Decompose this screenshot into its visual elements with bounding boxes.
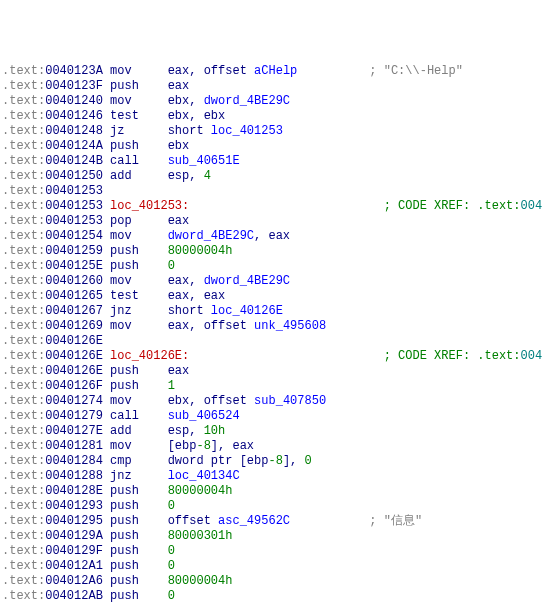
address[interactable]: 0040124B xyxy=(45,154,103,168)
address[interactable]: 004012AB xyxy=(45,589,103,603)
disasm-line[interactable]: .text:0040127E add esp, 10h xyxy=(2,424,540,439)
operands[interactable]: esp, 4 xyxy=(168,169,211,183)
operands[interactable]: 1 xyxy=(168,379,175,393)
operands[interactable]: eax xyxy=(168,79,190,93)
operands[interactable]: 80000004h xyxy=(168,574,233,588)
disasm-line[interactable]: .text:0040123F push eax xyxy=(2,79,540,94)
operands[interactable]: sub_406524 xyxy=(168,409,240,423)
disasm-line[interactable]: .text:00401259 push 80000004h xyxy=(2,244,540,259)
address[interactable]: 0040126E xyxy=(45,334,103,348)
address[interactable]: 00401265 xyxy=(45,289,103,303)
address[interactable]: 0040126F xyxy=(45,379,103,393)
operands[interactable]: 0 xyxy=(168,499,175,513)
disasm-line[interactable]: .text:00401253 pop eax xyxy=(2,214,540,229)
disasm-line[interactable]: .text:004012AB push 0 xyxy=(2,589,540,604)
disasm-line[interactable]: .text:00401267 jnz short loc_40126E xyxy=(2,304,540,319)
address[interactable]: 00401295 xyxy=(45,514,103,528)
xref-comment[interactable]: ; CODE XREF: .text: xyxy=(384,199,521,213)
disasm-line[interactable]: .text:00401240 mov ebx, dword_4BE29C xyxy=(2,94,540,109)
operands[interactable]: dword ptr [ebp-8], 0 xyxy=(168,454,312,468)
operands[interactable]: 0 xyxy=(168,559,175,573)
disasm-line[interactable]: .text:00401269 mov eax, offset unk_49560… xyxy=(2,319,540,334)
operands[interactable]: 80000004h xyxy=(168,244,233,258)
address[interactable]: 0040127E xyxy=(45,424,103,438)
code-label[interactable]: loc_401253: xyxy=(110,199,189,213)
address[interactable]: 00401250 xyxy=(45,169,103,183)
operands[interactable]: sub_40651E xyxy=(168,154,240,168)
disasm-line[interactable]: .text:0040126E xyxy=(2,334,540,349)
disasm-line[interactable]: .text:0040129F push 0 xyxy=(2,544,540,559)
address[interactable]: 0040126E xyxy=(45,349,103,363)
disasm-line[interactable]: .text:0040123A mov eax, offset aCHelp ; … xyxy=(2,64,540,79)
operands[interactable]: eax xyxy=(168,364,190,378)
address[interactable]: 00401240 xyxy=(45,94,103,108)
disasm-line[interactable]: .text:00401250 add esp, 4 xyxy=(2,169,540,184)
disasm-line[interactable]: .text:0040125E push 0 xyxy=(2,259,540,274)
operands[interactable]: 80000301h xyxy=(168,529,233,543)
address[interactable]: 00401260 xyxy=(45,274,103,288)
operands[interactable]: ebx, dword_4BE29C xyxy=(168,94,290,108)
disasm-line[interactable]: .text:00401295 push offset asc_49562C ; … xyxy=(2,514,540,529)
operands[interactable]: esp, 10h xyxy=(168,424,226,438)
operands[interactable]: ebx, ebx xyxy=(168,109,226,123)
xref-address[interactable]: 00401248 xyxy=(521,199,542,213)
operands[interactable]: eax, offset unk_495608 xyxy=(168,319,326,333)
disasm-line[interactable]: .text:00401253 xyxy=(2,184,540,199)
operands[interactable]: 0 xyxy=(168,259,175,273)
address[interactable]: 00401274 xyxy=(45,394,103,408)
disasm-line[interactable]: .text:00401254 mov dword_4BE29C, eax xyxy=(2,229,540,244)
operands[interactable]: eax xyxy=(168,214,190,228)
address[interactable]: 00401253 xyxy=(45,199,103,213)
xref-comment[interactable]: ; CODE XREF: .text: xyxy=(384,349,521,363)
disasm-line[interactable]: .text:00401246 test ebx, ebx xyxy=(2,109,540,124)
operands[interactable]: eax, dword_4BE29C xyxy=(168,274,290,288)
address[interactable]: 00401253 xyxy=(45,214,103,228)
operands[interactable]: 0 xyxy=(168,589,175,603)
operands[interactable]: eax, offset aCHelp xyxy=(168,64,298,78)
address[interactable]: 00401288 xyxy=(45,469,103,483)
disasm-line[interactable]: .text:0040126E loc_40126E: ; CODE XREF: … xyxy=(2,349,540,364)
operands[interactable]: loc_40134C xyxy=(168,469,240,483)
address[interactable]: 0040128E xyxy=(45,484,103,498)
address[interactable]: 00401293 xyxy=(45,499,103,513)
disasm-line[interactable]: .text:0040126E push eax xyxy=(2,364,540,379)
disasm-line[interactable]: .text:004012A1 push 0 xyxy=(2,559,540,574)
operands[interactable]: short loc_40126E xyxy=(168,304,283,318)
disasm-line[interactable]: .text:0040124A push ebx xyxy=(2,139,540,154)
disasm-line[interactable]: .text:00401281 mov [ebp-8], eax xyxy=(2,439,540,454)
address[interactable]: 0040124A xyxy=(45,139,103,153)
address[interactable]: 00401253 xyxy=(45,184,103,198)
disasm-line[interactable]: .text:00401279 call sub_406524 xyxy=(2,409,540,424)
address[interactable]: 00401267 xyxy=(45,304,103,318)
address[interactable]: 00401259 xyxy=(45,244,103,258)
disassembly-listing[interactable]: .text:0040123A mov eax, offset aCHelp ; … xyxy=(2,64,540,604)
address[interactable]: 004012A1 xyxy=(45,559,103,573)
address[interactable]: 0040123F xyxy=(45,79,103,93)
operands[interactable]: dword_4BE29C, eax xyxy=(168,229,290,243)
address[interactable]: 00401281 xyxy=(45,439,103,453)
address[interactable]: 00401284 xyxy=(45,454,103,468)
operands[interactable]: 0 xyxy=(168,544,175,558)
address[interactable]: 00401279 xyxy=(45,409,103,423)
disasm-line[interactable]: .text:00401288 jnz loc_40134C xyxy=(2,469,540,484)
address[interactable]: 0040129A xyxy=(45,529,103,543)
disasm-line[interactable]: .text:00401293 push 0 xyxy=(2,499,540,514)
disasm-line[interactable]: .text:00401248 jz short loc_401253 xyxy=(2,124,540,139)
address[interactable]: 0040123A xyxy=(45,64,103,78)
address[interactable]: 00401246 xyxy=(45,109,103,123)
disasm-line[interactable]: .text:0040129A push 80000301h xyxy=(2,529,540,544)
operands[interactable]: short loc_401253 xyxy=(168,124,283,138)
operands[interactable]: [ebp-8], eax xyxy=(168,439,254,453)
address[interactable]: 004012A6 xyxy=(45,574,103,588)
address[interactable]: 0040126E xyxy=(45,364,103,378)
address[interactable]: 00401254 xyxy=(45,229,103,243)
disasm-line[interactable]: .text:00401260 mov eax, dword_4BE29C xyxy=(2,274,540,289)
disasm-line[interactable]: .text:00401284 cmp dword ptr [ebp-8], 0 xyxy=(2,454,540,469)
operands[interactable]: ebx, offset sub_407850 xyxy=(168,394,326,408)
disasm-line[interactable]: .text:00401265 test eax, eax xyxy=(2,289,540,304)
address[interactable]: 00401269 xyxy=(45,319,103,333)
operands[interactable]: eax, eax xyxy=(168,289,226,303)
address[interactable]: 0040125E xyxy=(45,259,103,273)
address[interactable]: 00401248 xyxy=(45,124,103,138)
disasm-line[interactable]: .text:004012A6 push 80000004h xyxy=(2,574,540,589)
